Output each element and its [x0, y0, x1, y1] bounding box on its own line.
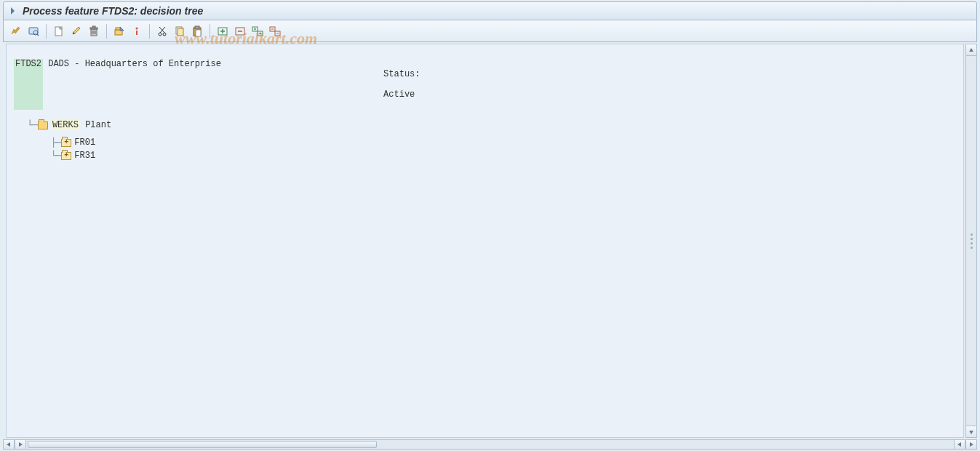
cut-icon[interactable]	[154, 23, 170, 39]
leaf-label: FR01	[74, 137, 95, 148]
tree-leaf-fr01[interactable]: ├─ FR01	[30, 137, 956, 148]
horizontal-scrollbar[interactable]	[3, 439, 977, 450]
title-bar: Process feature FTDS2: decision tree	[3, 1, 977, 20]
expand-marker-icon	[11, 7, 18, 15]
svg-point-14	[159, 33, 162, 36]
svg-line-16	[160, 27, 165, 33]
toolbar-separator	[106, 24, 107, 39]
tree-root-row[interactable]: FTDS2 DADS - Headquarters of Enterprise …	[14, 59, 956, 110]
svg-rect-19	[178, 28, 183, 36]
scroll-right-end-icon[interactable]	[965, 439, 977, 450]
svg-rect-13	[136, 31, 138, 35]
scrollbar-thumb[interactable]	[28, 441, 377, 448]
toolbar-separator	[149, 24, 150, 39]
expand-icon[interactable]	[215, 23, 231, 39]
root-description: DADS - Headquarters of Enterprise	[48, 59, 221, 110]
node-description: Plant	[85, 120, 111, 130]
page-title: Process feature FTDS2: decision tree	[23, 5, 203, 17]
toolbar-separator	[46, 24, 47, 39]
scroll-right-icon[interactable]	[15, 439, 26, 450]
scroll-down-icon[interactable]	[966, 426, 976, 437]
check-icon[interactable]	[8, 23, 24, 39]
other-icon[interactable]	[111, 23, 127, 39]
paste-icon[interactable]	[189, 23, 205, 39]
folder-closed-icon	[61, 139, 71, 147]
leaf-label: FR31	[74, 151, 95, 161]
vertical-scrollbar[interactable]	[965, 44, 977, 438]
display-icon[interactable]	[25, 23, 41, 39]
delete-icon[interactable]	[86, 23, 102, 39]
change-icon[interactable]	[68, 23, 84, 39]
svg-line-2	[37, 34, 39, 36]
status-label: Status:	[383, 69, 420, 79]
scrollbar-track[interactable]	[26, 439, 954, 450]
svg-rect-6	[92, 26, 95, 28]
scroll-left-end-icon[interactable]	[954, 439, 965, 450]
folder-open-icon	[38, 121, 48, 129]
copy-icon[interactable]	[172, 23, 188, 39]
svg-rect-22	[196, 30, 201, 36]
svg-rect-11	[116, 28, 120, 30]
tree-leaf-fr31[interactable]: └─ FR31	[30, 151, 956, 161]
status-value: Active	[383, 89, 415, 100]
create-icon[interactable]	[51, 23, 67, 39]
status-block: Status: Active	[352, 59, 421, 110]
tree-node-werks[interactable]: └─ WERKS Plant	[17, 120, 956, 130]
collapse-all-icon[interactable]	[267, 23, 283, 39]
svg-point-12	[136, 27, 138, 29]
svg-line-17	[159, 27, 164, 33]
node-code: WERKS	[51, 120, 80, 130]
scroll-left-icon[interactable]	[3, 439, 15, 450]
toolbar-separator	[210, 24, 210, 39]
svg-rect-21	[195, 26, 199, 28]
folder-closed-icon	[61, 152, 71, 160]
info-icon[interactable]	[129, 23, 145, 39]
root-code: FTDS2	[14, 59, 43, 110]
tree-area: FTDS2 DADS - Headquarters of Enterprise …	[6, 44, 964, 438]
collapse-icon[interactable]	[232, 23, 248, 39]
application-toolbar	[3, 20, 977, 42]
svg-point-15	[163, 33, 166, 36]
expand-all-icon[interactable]	[250, 23, 266, 39]
scroll-up-icon[interactable]	[966, 44, 976, 56]
scrollbar-grip-icon	[969, 231, 973, 251]
